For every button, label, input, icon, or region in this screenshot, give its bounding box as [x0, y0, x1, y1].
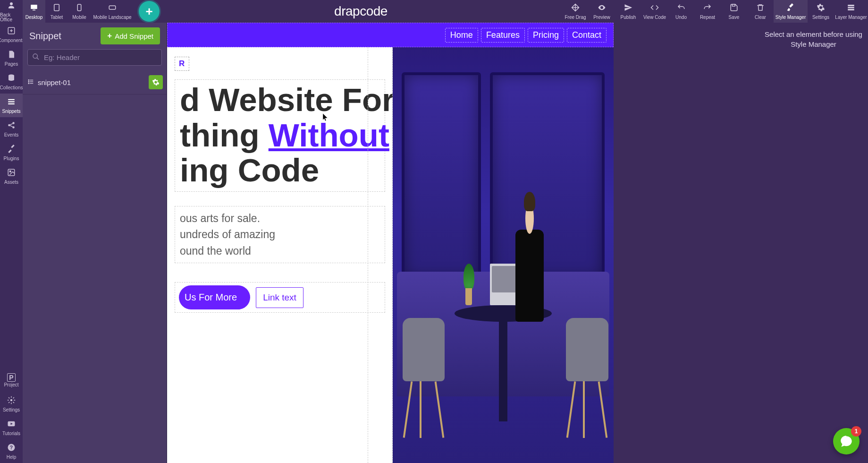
svg-point-17	[12, 126, 15, 129]
svg-point-19	[9, 171, 11, 172]
rail-settings[interactable]: Settings	[0, 392, 23, 416]
settings-label: Settings	[812, 15, 829, 20]
rail-tutorials[interactable]: Tutorials	[0, 416, 23, 439]
send-icon	[624, 3, 632, 14]
headline-line-2: thing Without	[180, 118, 380, 154]
snippet-search	[27, 49, 162, 66]
rail-label: Collections	[0, 86, 23, 90]
rail-help[interactable]: ? Help	[0, 439, 23, 463]
gear-icon	[817, 3, 825, 14]
tablet-icon	[52, 3, 61, 14]
view-code-button[interactable]: View Code	[641, 0, 668, 23]
snippet-name: snippet-01	[38, 78, 71, 86]
back-office-button[interactable]: Back Office	[0, 0, 23, 23]
canvas-right-column[interactable]	[393, 47, 614, 463]
user-icon	[7, 1, 16, 12]
desktop-button[interactable]: Desktop	[23, 0, 45, 23]
snippet-header: Snippet + Add Snippet	[23, 23, 167, 49]
svg-rect-29	[28, 83, 29, 84]
clear-button[interactable]: Clear	[747, 0, 774, 23]
save-button[interactable]: Save	[721, 0, 747, 23]
nav-home[interactable]: Home	[445, 28, 478, 43]
hero-headline[interactable]: d Website For thing Without ing Code	[175, 79, 385, 192]
cta-row[interactable]: Us For More Link text	[175, 282, 385, 313]
move-icon	[571, 3, 580, 14]
rail-label: Plugins	[4, 156, 19, 161]
rail-label: Settings	[3, 408, 20, 412]
mobile-button[interactable]: Mobile	[68, 0, 91, 23]
tools-icon	[7, 145, 16, 155]
svg-rect-14	[8, 103, 15, 104]
rail-plugins[interactable]: Plugins	[0, 141, 23, 164]
hero-subtext[interactable]: ous arts for sale. undreds of amazing ou…	[175, 206, 385, 264]
repeat-button[interactable]: Repeat	[694, 0, 721, 23]
publish-button[interactable]: Publish	[615, 0, 641, 23]
device-group: Back Office Desktop Tablet Mobile	[0, 0, 134, 23]
view-code-label: View Code	[643, 15, 666, 20]
rail-label: Pages	[5, 62, 18, 67]
rail-collections[interactable]: Collections	[0, 70, 23, 94]
hero-tag[interactable]: R	[175, 57, 189, 71]
preview-button[interactable]: Preview	[589, 0, 615, 23]
project-icon: P	[7, 373, 16, 382]
style-manager-button[interactable]: Style Manager	[774, 0, 808, 23]
snippet-panel: Snippet + Add Snippet sni	[23, 23, 167, 463]
snippet-search-input[interactable]	[27, 49, 162, 66]
snippet-settings-button[interactable]	[149, 75, 163, 89]
free-drag-label: Free Drag	[565, 15, 586, 20]
search-icon	[32, 53, 40, 62]
mobile-landscape-button[interactable]: Mobile Landscape	[91, 0, 134, 23]
cta-link-button[interactable]: Link text	[256, 287, 303, 308]
canvas-body: R d Website For thing Without ing Code o…	[167, 47, 614, 463]
plus-icon: +	[107, 31, 112, 41]
chat-badge-count: 1	[855, 428, 858, 435]
tablet-button[interactable]: Tablet	[45, 0, 68, 23]
sliders-icon	[7, 396, 16, 407]
rail-events[interactable]: Events	[0, 117, 23, 141]
layers-icon	[847, 3, 855, 14]
topbar: Back Office Desktop Tablet Mobile	[0, 0, 868, 23]
add-global-button[interactable]: +	[139, 1, 160, 22]
back-office-label: Back Office	[0, 13, 23, 22]
canvas-nav[interactable]: Home Features Pricing Contact	[167, 23, 614, 47]
chat-button[interactable]: 1	[833, 428, 860, 454]
desktop-icon	[30, 3, 38, 14]
undo-icon	[677, 3, 685, 14]
rail-label: Assets	[4, 180, 18, 185]
svg-rect-3	[54, 4, 59, 11]
svg-rect-12	[8, 99, 15, 100]
nav-pricing[interactable]: Pricing	[528, 28, 564, 43]
hero-image	[393, 47, 614, 463]
rail-assets[interactable]: Assets	[0, 164, 23, 188]
svg-rect-1	[31, 5, 37, 9]
cta-primary-button[interactable]: Us For More	[179, 285, 250, 309]
chat-badge: 1	[851, 426, 861, 437]
headline-line-1: d Website For	[180, 83, 380, 118]
nav-features[interactable]: Features	[481, 28, 525, 43]
svg-rect-13	[8, 101, 15, 102]
svg-rect-9	[848, 9, 854, 10]
layer-manager-button[interactable]: Layer Manager	[834, 0, 868, 23]
settings-button[interactable]: Settings	[808, 0, 834, 23]
rail-pages[interactable]: Pages	[0, 46, 23, 70]
file-icon	[7, 50, 16, 61]
undo-button[interactable]: Undo	[668, 0, 694, 23]
save-icon	[730, 3, 738, 14]
svg-rect-7	[848, 5, 854, 6]
layer-manager-label: Layer Manager	[835, 15, 867, 20]
nav-contact[interactable]: Contact	[567, 28, 607, 43]
canvas[interactable]: Home Features Pricing Contact R d Websit…	[167, 23, 614, 463]
mobile-landscape-label: Mobile Landscape	[93, 15, 131, 20]
svg-rect-8	[848, 7, 854, 8]
subtext-line: undreds of amazing	[180, 226, 380, 243]
rail-components[interactable]: Components	[0, 23, 23, 46]
rail-label: Components	[0, 38, 25, 43]
rail-project[interactable]: P Project	[0, 369, 23, 392]
add-snippet-button[interactable]: + Add Snippet	[101, 27, 160, 44]
canvas-left-column[interactable]: R d Website For thing Without ing Code o…	[167, 47, 393, 463]
snippet-row[interactable]: snippet-01	[23, 70, 167, 94]
mobile-label: Mobile	[72, 15, 86, 20]
rail-label: Events	[4, 133, 19, 137]
rail-snippets[interactable]: Snippets	[0, 94, 23, 117]
free-drag-button[interactable]: Free Drag	[562, 0, 589, 23]
